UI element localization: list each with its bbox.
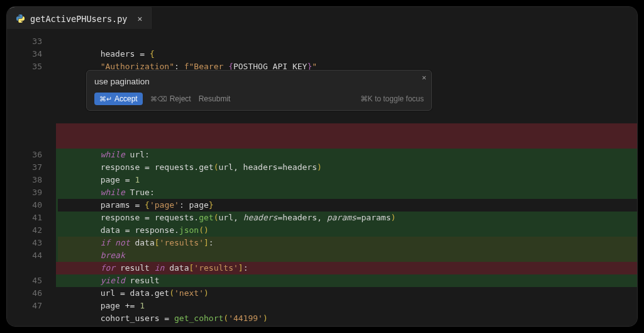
code-line-added[interactable]: params = {'page': page} [56, 174, 637, 186]
suggestion-actions: ⌘↵ Accept ⌘⌫ Reject Resubmit ⌘K to toggl… [94, 93, 424, 105]
suggestion-prompt: use pagination [94, 77, 424, 86]
inline-suggestion-popup: ✕ use pagination ⌘↵ Accept ⌘⌫ Reject Res… [86, 70, 432, 111]
tab-file[interactable]: getActivePHUsers.py ✕ [7, 7, 152, 29]
code-line-deleted[interactable]: response = requests.get(url, headers=hea… [56, 136, 637, 149]
python-icon [16, 14, 25, 23]
reject-button[interactable]: ⌘⌫ Reject [150, 94, 191, 103]
accept-button[interactable]: ⌘↵ Accept [94, 93, 143, 105]
resubmit-button[interactable]: Resubmit [199, 94, 231, 103]
tab-close-icon[interactable]: ✕ [137, 14, 142, 23]
code-line[interactable]: headers = { [56, 35, 637, 48]
keyboard-hint: ⌘K to toggle focus [360, 94, 424, 103]
tab-filename: getActivePHUsers.py [30, 14, 127, 24]
code-line[interactable] [56, 111, 637, 123]
close-icon[interactable]: ✕ [422, 73, 426, 82]
tab-bar: getActivePHUsers.py ✕ [7, 7, 637, 29]
editor-window: getActivePHUsers.py ✕ 33 34 35 36 37 38 … [6, 6, 638, 327]
line-number-gutter: 33 34 35 36 37 38 39 40 41 42 43 44 45 4… [7, 29, 56, 326]
code-line-deleted[interactable]: while url: [56, 123, 637, 136]
code-line-modified[interactable]: yield result [56, 249, 637, 262]
